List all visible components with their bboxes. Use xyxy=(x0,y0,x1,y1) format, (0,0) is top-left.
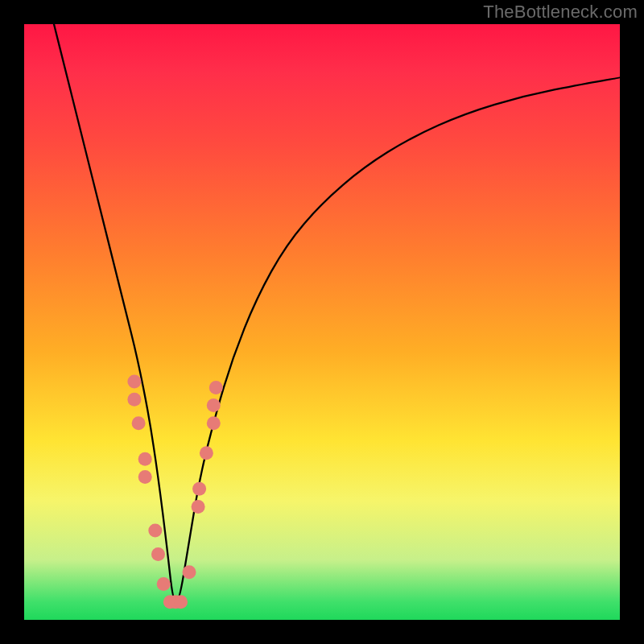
plot-area xyxy=(24,24,620,620)
watermark-label: TheBottleneck.com xyxy=(483,2,638,23)
chart-frame: TheBottleneck.com xyxy=(0,0,644,644)
